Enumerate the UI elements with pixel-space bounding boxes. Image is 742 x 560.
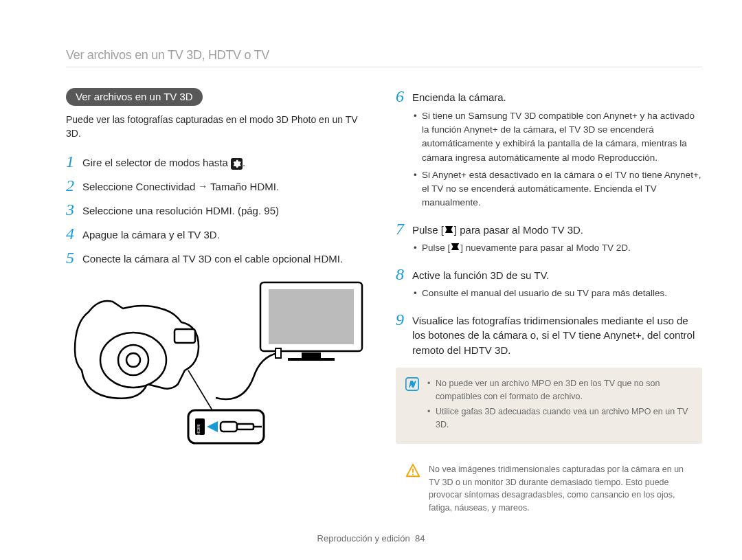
step-number: 2	[66, 177, 82, 194]
playback-icon	[450, 242, 460, 252]
warning-icon	[405, 463, 420, 478]
step-sub-bullet: Si tiene un Samsung TV 3D compatible con…	[412, 109, 702, 165]
step-number: 1	[66, 153, 82, 170]
step-text: Pulse [	[412, 224, 444, 236]
svg-rect-2	[302, 352, 321, 358]
svg-rect-1	[269, 289, 354, 344]
step-2: 2 Seleccione Conectividad → Tamaño HDMI.	[66, 177, 372, 194]
warning-box: No vea imágenes tridimensionales captura…	[396, 456, 702, 522]
step-8: 8 Active la función 3D de su TV. Consult…	[396, 266, 702, 304]
step-text: Apague la cámara y el TV 3D.	[82, 225, 372, 243]
footer-section: Reproducción y edición	[317, 533, 410, 544]
step-bold: Modo TV 3D	[523, 224, 581, 236]
step-text: Seleccione una resolución HDMI. (pág. 95…	[82, 201, 372, 219]
step-text-end: .	[276, 181, 279, 192]
svg-rect-4	[276, 348, 281, 358]
svg-rect-14	[221, 422, 237, 432]
gear-icon	[231, 158, 243, 170]
svg-line-9	[188, 370, 212, 410]
step-text: ] para pasar al	[454, 224, 523, 236]
svg-rect-18	[412, 469, 414, 473]
step-4: 4 Apague la cámara y el TV 3D.	[66, 225, 372, 243]
arrow-icon: →	[195, 181, 210, 192]
playback-icon	[444, 225, 454, 235]
step-text-end: .	[243, 157, 245, 168]
svg-text:HDMI: HDMI	[196, 424, 201, 435]
svg-rect-8	[175, 329, 195, 343]
step-text: Seleccione	[82, 181, 136, 192]
footer-page: 84	[415, 533, 425, 544]
section-heading-pill: Ver archivos en un TV 3D	[66, 88, 203, 106]
left-column: Ver archivos en un TV 3D Puede ver las f…	[66, 88, 372, 522]
step-number: 6	[396, 88, 412, 105]
step-number: 7	[396, 221, 412, 238]
note-item: Utilice gafas 3D adecuadas cuando vea un…	[427, 405, 690, 432]
step-bold: Conectividad	[136, 181, 196, 192]
step-text: Gire el selector de modos hasta	[82, 157, 231, 168]
step-sub-bullet: Si Anynet+ está desactivado en la cámara…	[412, 168, 702, 210]
running-header: Ver archivos en un TV 3D, HDTV o TV	[66, 48, 702, 63]
step-7: 7 Pulse [] para pasar al Modo TV 3D. Pul…	[396, 221, 702, 259]
camera-icon	[75, 301, 199, 399]
step-text: Visualice las fotografías tridimensional…	[412, 311, 702, 358]
step-number: 4	[66, 225, 82, 243]
svg-rect-3	[288, 358, 335, 361]
hdmi-callout-icon: HDMI	[188, 410, 264, 443]
connection-diagram: HDMI	[66, 281, 372, 446]
step-text: Conecte la cámara al TV 3D con el cable …	[82, 249, 372, 267]
step-1: 1 Gire el selector de modos hasta .	[66, 153, 372, 170]
step-5: 5 Conecte la cámara al TV 3D con el cabl…	[66, 249, 372, 267]
step-sub-bullet: Pulse [] nuevamente para pasar al Modo T…	[412, 241, 702, 255]
step-number: 3	[66, 201, 82, 219]
step-3: 3 Seleccione una resolución HDMI. (pág. …	[66, 201, 372, 219]
cable-icon	[216, 353, 278, 399]
step-number: 9	[396, 311, 412, 328]
step-text-end: .	[581, 224, 583, 236]
step-6: 6 Encienda la cámara. Si tiene un Samsun…	[396, 88, 702, 214]
right-column: 6 Encienda la cámara. Si tiene un Samsun…	[396, 88, 702, 522]
step-number: 5	[66, 249, 82, 267]
svg-point-7	[126, 353, 140, 367]
note-box: No puede ver un archivo MPO en 3D en los…	[396, 368, 702, 444]
step-bold: Tamaño HDMI	[210, 181, 276, 192]
step-text: Encienda la cámara.	[412, 91, 506, 103]
info-icon	[405, 377, 419, 391]
step-9: 9 Visualice las fotografías tridimension…	[396, 311, 702, 358]
note-item: No puede ver un archivo MPO en 3D en los…	[427, 377, 690, 403]
page-footer: Reproducción y edición 84	[0, 533, 742, 544]
section-intro: Puede ver las fotografías capturadas en …	[66, 113, 372, 141]
warning-text: No vea imágenes tridimensionales captura…	[429, 463, 690, 515]
svg-rect-19	[412, 473, 414, 475]
divider	[66, 67, 702, 67]
step-sub-bullet: Consulte el manual del usuario de su TV …	[412, 287, 702, 300]
step-text: Active la función 3D de su TV.	[412, 269, 549, 281]
svg-rect-15	[237, 424, 254, 429]
step-number: 8	[396, 266, 412, 283]
